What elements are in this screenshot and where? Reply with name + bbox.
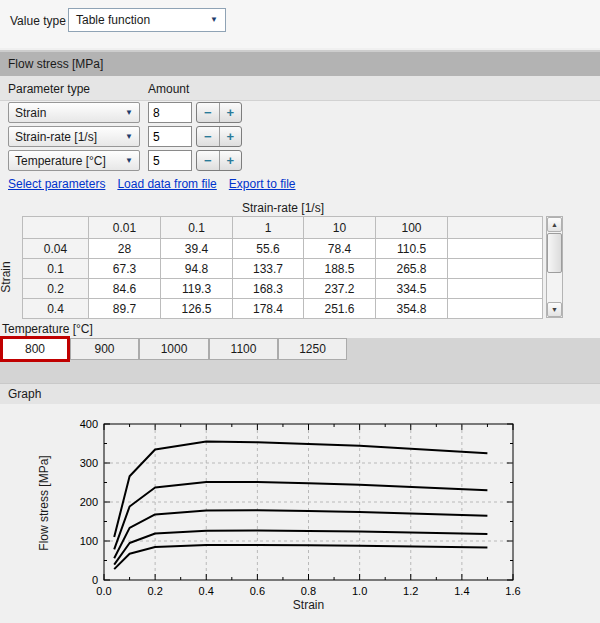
chevron-down-icon: ▼ [125,133,133,141]
temperature-type-dropdown[interactable]: Temperature [°C] ▼ [8,150,140,171]
scroll-up-icon[interactable]: ▲ [547,217,562,232]
table-cell[interactable]: 168.3 [233,279,304,299]
table-row: 0.04 28 39.4 55.6 78.4 110.5 [23,239,543,259]
filler-header-cell [448,217,543,239]
table-cell[interactable]: 84.6 [89,279,161,299]
row-header: 0.1 [23,259,89,279]
table-cell[interactable]: 251.6 [304,299,376,319]
svg-text:0.0: 0.0 [96,585,111,597]
filler-cell [448,259,543,279]
svg-text:0.8: 0.8 [301,585,316,597]
plus-button[interactable]: + [220,103,242,122]
strain-rate-type-dropdown[interactable]: Strain-rate [1/s] ▼ [8,126,140,147]
load-data-link[interactable]: Load data from file [117,177,216,191]
parameter-row-temperature: Temperature [°C] ▼ − + [0,150,600,171]
filler-cell [448,279,543,299]
column-header: 0.01 [89,217,161,239]
tab-temperature-800[interactable]: 800 [0,336,70,362]
svg-text:200: 200 [80,496,98,508]
table-scrollbar[interactable]: ▲ ▼ [546,216,563,318]
tab-temperature-1100[interactable]: 1100 [209,338,278,360]
column-header: 1 [233,217,304,239]
chart-canvas: 0.00.20.40.60.81.01.21.41.60100200300400 [0,404,600,623]
parameter-row-strain-rate: Strain-rate [1/s] ▼ − + [0,126,600,147]
action-links: Select parameters Load data from file Ex… [8,177,296,191]
table-column-group-title: Strain-rate [1/s] [22,201,544,215]
table-row-group-title: Strain [0,245,13,309]
svg-text:300: 300 [80,457,98,469]
strain-type-dropdown[interactable]: Strain ▼ [8,102,140,123]
flow-stress-section-header: Flow stress [MPa] [0,50,600,76]
svg-text:1.6: 1.6 [505,585,520,597]
flow-stress-title: Flow stress [MPa] [8,57,103,71]
minus-button[interactable]: − [197,127,220,146]
strain-amount-stepper: − + [196,102,242,123]
table-cell[interactable]: 28 [89,239,161,259]
parameter-row-strain: Strain ▼ − + [0,102,600,123]
table-cell[interactable]: 89.7 [89,299,161,319]
scroll-down-icon[interactable]: ▼ [547,302,562,317]
flow-stress-table: 0.01 0.1 1 10 100 0.04 28 39.4 55.6 78.4… [22,216,543,319]
export-file-link[interactable]: Export to file [229,177,296,191]
svg-text:400: 400 [80,418,98,430]
strain-rate-type-value: Strain-rate [1/s] [15,130,97,144]
table-cell[interactable]: 265.8 [376,259,448,279]
tab-temperature-1250[interactable]: 1250 [278,338,347,360]
plus-button[interactable]: + [220,151,242,170]
svg-text:1.0: 1.0 [352,585,367,597]
table-corner-cell [23,217,89,239]
flow-stress-chart: 0.00.20.40.60.81.01.21.41.60100200300400… [0,404,600,623]
table-cell[interactable]: 39.4 [161,239,233,259]
svg-text:0.4: 0.4 [199,585,214,597]
table-cell[interactable]: 55.6 [233,239,304,259]
value-type-label: Value type [10,14,66,28]
svg-text:1.2: 1.2 [403,585,418,597]
svg-text:0.6: 0.6 [250,585,265,597]
temperature-amount-input[interactable] [148,150,192,171]
table-row: 0.4 89.7 126.5 178.4 251.6 354.8 [23,299,543,319]
value-type-selected: Table function [76,13,150,27]
chevron-down-icon: ▼ [125,157,133,165]
plus-button[interactable]: + [220,127,242,146]
tab-temperature-1000[interactable]: 1000 [139,338,209,360]
temperature-tabs-label: Temperature [°C] [2,322,93,336]
value-type-dropdown[interactable]: Table function ▼ [68,8,226,32]
chevron-down-icon: ▼ [210,16,218,24]
row-header: 0.4 [23,299,89,319]
row-header: 0.2 [23,279,89,299]
svg-text:100: 100 [80,535,98,547]
graph-section-header: Graph [0,383,600,404]
amount-header: Amount [148,82,189,96]
column-header: 100 [376,217,448,239]
table-cell[interactable]: 119.3 [161,279,233,299]
chart-x-axis-label: Strain [104,598,513,612]
select-parameters-link[interactable]: Select parameters [8,177,105,191]
table-cell[interactable]: 188.5 [304,259,376,279]
strain-amount-input[interactable] [148,102,192,123]
table-cell[interactable]: 133.7 [233,259,304,279]
table-cell[interactable]: 354.8 [376,299,448,319]
chevron-down-icon: ▼ [125,109,133,117]
scrollbar-thumb[interactable] [547,233,562,273]
column-header: 0.1 [161,217,233,239]
tab-temperature-900[interactable]: 900 [70,338,139,360]
parameter-type-header: Parameter type [8,82,90,96]
table-cell[interactable]: 67.3 [89,259,161,279]
graph-title: Graph [8,387,41,401]
temperature-amount-stepper: − + [196,150,242,171]
table-cell[interactable]: 237.2 [304,279,376,299]
column-header: 10 [304,217,376,239]
table-cell[interactable]: 334.5 [376,279,448,299]
strain-type-value: Strain [15,106,46,120]
svg-text:1.4: 1.4 [454,585,469,597]
table-cell[interactable]: 78.4 [304,239,376,259]
minus-button[interactable]: − [197,151,220,170]
minus-button[interactable]: − [197,103,220,122]
table-cell[interactable]: 110.5 [376,239,448,259]
temperature-type-value: Temperature [°C] [15,154,106,168]
table-cell[interactable]: 178.4 [233,299,304,319]
strain-rate-amount-stepper: − + [196,126,242,147]
table-cell[interactable]: 94.8 [161,259,233,279]
strain-rate-amount-input[interactable] [148,126,192,147]
table-cell[interactable]: 126.5 [161,299,233,319]
